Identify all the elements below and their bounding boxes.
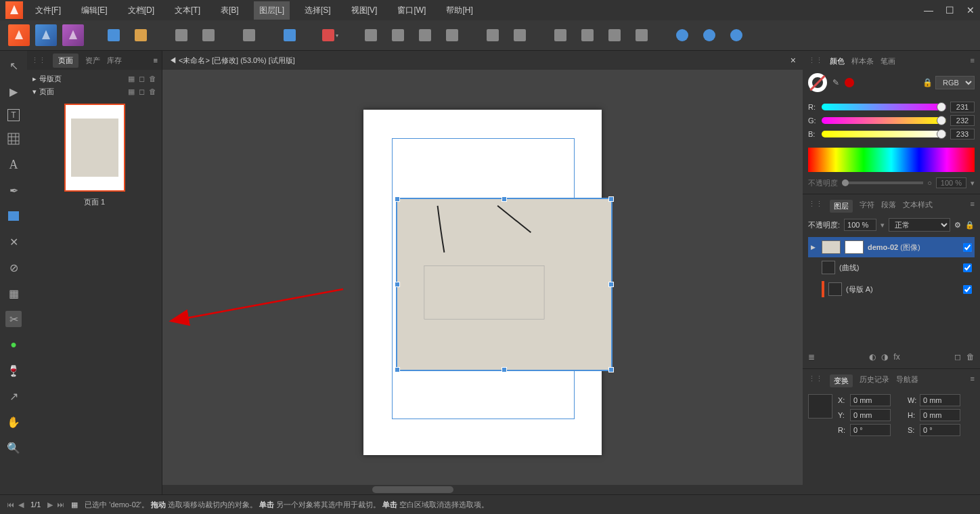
blend-mode-select[interactable]: 正常 bbox=[889, 218, 950, 232]
tool-export[interactable] bbox=[103, 24, 125, 46]
red-value[interactable] bbox=[950, 102, 975, 112]
tool-align4[interactable] bbox=[441, 24, 463, 46]
blue-slider[interactable] bbox=[822, 131, 946, 137]
persona-designer[interactable] bbox=[62, 24, 84, 46]
layer-visibility[interactable] bbox=[963, 263, 972, 272]
pen-tool[interactable]: ✒ bbox=[5, 182, 22, 198]
tool-bool3[interactable] bbox=[726, 24, 747, 46]
lock-icon[interactable]: 🔒 bbox=[965, 221, 975, 230]
add-icon[interactable]: ◻ bbox=[139, 74, 145, 83]
persona-publisher[interactable] bbox=[8, 24, 30, 46]
tool-grid2[interactable] bbox=[198, 24, 219, 46]
layer-row[interactable]: (曲线) bbox=[808, 257, 975, 278]
selection-handle[interactable] bbox=[502, 196, 507, 202]
color-mode-select[interactable]: RGB bbox=[935, 76, 975, 89]
delete-layer-icon[interactable]: 🗑 bbox=[966, 352, 975, 362]
panel-drag-icon[interactable]: ⋮⋮ bbox=[31, 56, 46, 65]
zoom-tool[interactable]: 🔍 bbox=[5, 440, 22, 456]
tool-preflight[interactable] bbox=[130, 24, 152, 46]
master-pages-row[interactable]: ▸ 母版页 ▦ ◻ 🗑 bbox=[32, 72, 156, 85]
tool-flip-h[interactable] bbox=[550, 24, 571, 46]
menu-view[interactable]: 视图[V] bbox=[346, 1, 383, 20]
menu-edit[interactable]: 编辑[E] bbox=[76, 1, 113, 20]
adjust-icon[interactable]: ◑ bbox=[881, 352, 888, 362]
artistic-text-tool[interactable]: A bbox=[5, 156, 22, 173]
red-slider[interactable] bbox=[822, 104, 946, 110]
fill-color-well[interactable] bbox=[845, 78, 854, 87]
color-spectrum[interactable] bbox=[808, 148, 975, 172]
selection-handle[interactable] bbox=[608, 196, 614, 202]
transparency-tool[interactable]: 🍷 bbox=[5, 362, 22, 379]
tab-pages[interactable]: 页面 bbox=[53, 53, 79, 68]
tab-swatches[interactable]: 样本条 bbox=[851, 56, 874, 66]
scrollbar-thumb[interactable] bbox=[372, 486, 453, 493]
stroke-color-well[interactable] bbox=[808, 73, 827, 92]
tool-bool1[interactable] bbox=[671, 24, 693, 46]
tool-dist2[interactable] bbox=[509, 24, 531, 46]
frame-text-tool[interactable]: T bbox=[7, 109, 20, 121]
tab-paragraph[interactable]: 段落 bbox=[881, 200, 896, 213]
tab-stock[interactable]: 库存 bbox=[107, 56, 122, 66]
opacity-value[interactable]: 100 % bbox=[936, 177, 966, 188]
document-tab[interactable]: ◀ <未命名> [已修改] (53.0%) [试用版] × bbox=[162, 51, 803, 70]
y-input[interactable] bbox=[850, 409, 891, 421]
selection-handle[interactable] bbox=[395, 196, 400, 202]
close-button[interactable]: ✕ bbox=[966, 5, 975, 16]
first-page-icon[interactable]: ⏮ bbox=[7, 500, 14, 509]
layers-icon[interactable]: ≣ bbox=[808, 352, 815, 362]
selection-handle[interactable] bbox=[502, 367, 507, 372]
panel-menu-icon[interactable]: ≡ bbox=[971, 200, 975, 213]
new-layer-icon[interactable]: ◻ bbox=[954, 352, 961, 362]
tab-layers[interactable]: 图层 bbox=[830, 200, 853, 213]
panel-drag-icon[interactable]: ⋮⋮ bbox=[808, 374, 823, 387]
tool-rotate-r[interactable] bbox=[631, 24, 652, 46]
persona-photo[interactable] bbox=[35, 24, 57, 46]
panel-menu-icon[interactable]: ≡ bbox=[971, 56, 975, 66]
selected-image-layer[interactable] bbox=[396, 198, 612, 371]
tool-rotate-l[interactable] bbox=[604, 24, 625, 46]
rectangle-tool[interactable] bbox=[5, 208, 22, 224]
tab-glyphs[interactable]: 字符 bbox=[860, 200, 874, 213]
fill-tool[interactable]: ● bbox=[5, 337, 22, 353]
view-icon[interactable]: ▦ bbox=[128, 74, 135, 83]
h-input[interactable] bbox=[920, 409, 960, 421]
tool-preview[interactable] bbox=[238, 24, 260, 46]
node-tool[interactable]: ▶ bbox=[5, 83, 22, 100]
panel-drag-icon[interactable]: ⋮⋮ bbox=[808, 200, 823, 213]
tool-align2[interactable] bbox=[387, 24, 409, 46]
move-tool[interactable]: ↖ bbox=[5, 58, 22, 74]
color-lock-icon[interactable]: 🔒 bbox=[922, 78, 933, 87]
maximize-button[interactable]: ☐ bbox=[945, 5, 954, 16]
layer-opacity-input[interactable] bbox=[844, 219, 876, 231]
selection-handle[interactable] bbox=[395, 282, 400, 287]
tab-history[interactable]: 历史记录 bbox=[860, 374, 889, 387]
tool-align3[interactable] bbox=[414, 24, 436, 46]
w-input[interactable] bbox=[920, 394, 960, 406]
view-icon[interactable]: ▦ bbox=[128, 87, 135, 96]
layer-row[interactable]: ▶ demo-02 (图像) bbox=[808, 237, 975, 257]
settings-icon[interactable]: ⚙ bbox=[954, 221, 961, 230]
tab-assets[interactable]: 资产 bbox=[85, 56, 100, 66]
add-icon[interactable]: ◻ bbox=[139, 87, 145, 96]
menu-table[interactable]: 表[B] bbox=[215, 1, 244, 20]
hand-tool[interactable]: ✋ bbox=[5, 414, 22, 430]
tab-navigator[interactable]: 导航器 bbox=[896, 374, 918, 387]
color-picker-tool[interactable]: ↗ bbox=[5, 388, 22, 404]
selection-handle[interactable] bbox=[608, 282, 614, 287]
selection-handle[interactable] bbox=[395, 367, 400, 372]
prev-page-icon[interactable]: ◀ bbox=[18, 500, 24, 509]
ellipse-tool[interactable]: ⊘ bbox=[5, 259, 22, 276]
menu-document[interactable]: 文档[D] bbox=[122, 1, 160, 20]
tool-baseline[interactable] bbox=[279, 24, 300, 46]
green-value[interactable] bbox=[950, 115, 975, 126]
table-tool[interactable] bbox=[5, 131, 22, 147]
selection-handle[interactable] bbox=[608, 367, 614, 372]
delete-icon[interactable]: 🗑 bbox=[149, 74, 156, 83]
eyedropper-icon[interactable]: ✎ bbox=[832, 78, 839, 87]
horizontal-scrollbar[interactable] bbox=[162, 485, 803, 494]
delete-icon[interactable]: 🗑 bbox=[149, 87, 156, 96]
menu-window[interactable]: 窗口[W] bbox=[392, 1, 431, 20]
panel-drag-icon[interactable]: ⋮⋮ bbox=[808, 56, 823, 66]
layer-visibility[interactable] bbox=[963, 285, 972, 294]
picture-frame-tool[interactable]: ✕ bbox=[5, 234, 22, 250]
